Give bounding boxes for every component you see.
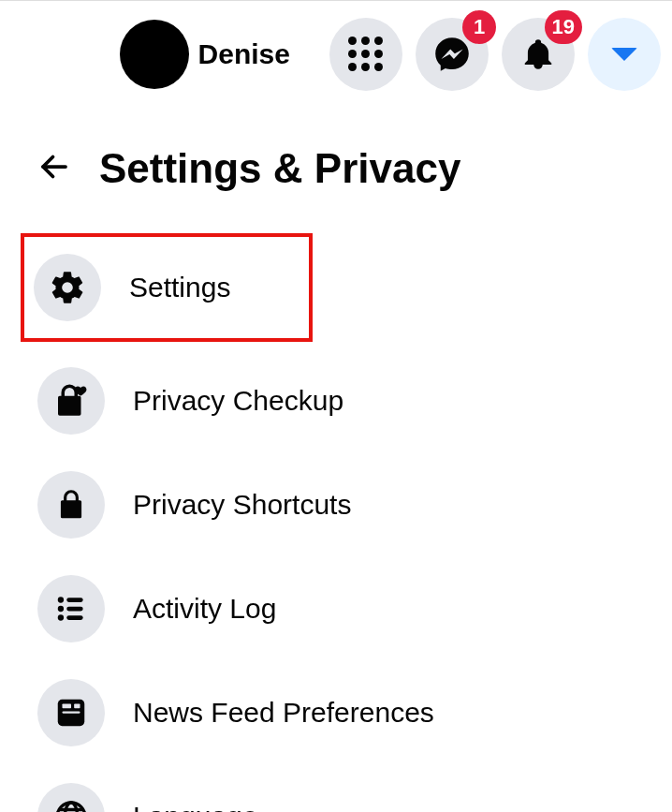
list-icon [37, 575, 105, 642]
menu-item-news-feed-preferences[interactable]: News Feed Preferences [37, 677, 653, 748]
menu-item-language[interactable]: Language [37, 781, 653, 812]
panel-header: Settings & Privacy [37, 145, 653, 192]
messenger-icon [433, 36, 471, 73]
svg-rect-2 [66, 598, 82, 602]
globe-icon [37, 783, 105, 812]
svg-point-1 [58, 597, 64, 602]
newsfeed-icon [37, 679, 105, 746]
settings-privacy-panel: Settings & Privacy Settings Privacy Chec… [0, 108, 672, 812]
svg-rect-8 [63, 704, 72, 709]
svg-point-5 [58, 614, 64, 620]
notifications-badge: 19 [545, 10, 582, 44]
messenger-button[interactable]: 1 [416, 18, 489, 91]
panel-title: Settings & Privacy [99, 145, 460, 192]
menu-item-label: Settings [129, 272, 230, 303]
caret-down-icon [611, 48, 637, 61]
svg-rect-4 [66, 607, 82, 612]
svg-point-3 [58, 606, 64, 612]
notifications-button[interactable]: 19 [502, 18, 575, 91]
lock-icon [37, 471, 105, 539]
profile-name: Denise [198, 38, 290, 70]
profile-chip[interactable]: Denise [120, 20, 290, 89]
messenger-badge: 1 [462, 10, 496, 44]
svg-rect-6 [66, 615, 82, 620]
gear-icon [34, 254, 101, 321]
menu-item-label: Privacy Checkup [133, 385, 343, 417]
menu-item-label: Activity Log [133, 593, 276, 625]
account-dropdown-button[interactable] [588, 18, 661, 91]
apps-button[interactable] [329, 18, 402, 91]
bell-icon [520, 37, 556, 72]
avatar [120, 20, 189, 89]
svg-rect-9 [74, 704, 80, 709]
menu-list: Settings Privacy Checkup Privacy Shortcu… [37, 243, 653, 812]
menu-item-label: News Feed Preferences [133, 697, 434, 729]
apps-grid-icon [348, 37, 384, 72]
menu-item-settings[interactable]: Settings [21, 233, 313, 342]
back-button[interactable] [37, 150, 71, 187]
menu-item-label: Privacy Shortcuts [133, 489, 351, 521]
svg-rect-10 [63, 711, 80, 713]
menu-item-privacy-shortcuts[interactable]: Privacy Shortcuts [37, 469, 653, 540]
menu-item-label: Language [133, 801, 257, 812]
top-bar: Denise 1 19 [0, 0, 672, 108]
menu-item-activity-log[interactable]: Activity Log [37, 573, 653, 644]
menu-item-privacy-checkup[interactable]: Privacy Checkup [37, 365, 653, 436]
lock-heart-icon [37, 367, 105, 435]
arrow-left-icon [37, 150, 71, 184]
